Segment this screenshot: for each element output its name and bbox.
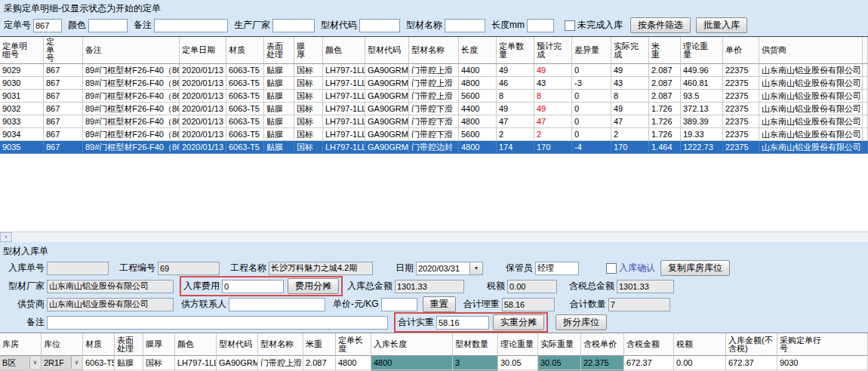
table-cell[interactable]: 门带腔上滑 xyxy=(409,90,459,103)
table-cell[interactable]: 49 xyxy=(534,103,572,115)
table-cell[interactable]: 国标 xyxy=(143,356,175,370)
supplier-field[interactable] xyxy=(47,298,174,311)
table-cell[interactable] xyxy=(863,77,868,90)
column-header[interactable]: 材质 xyxy=(226,37,264,64)
inbound-no-field[interactable] xyxy=(47,262,109,275)
column-header[interactable]: 库房 xyxy=(0,333,42,356)
table-cell[interactable]: 49 xyxy=(534,64,572,77)
table-cell[interactable]: 门带腔边封 xyxy=(409,141,459,154)
table-cell[interactable]: 2020/01/13 xyxy=(180,90,226,103)
scroll-left-icon[interactable]: ‹ xyxy=(0,232,12,242)
column-header[interactable] xyxy=(863,37,868,64)
total-actual-weight-field[interactable] xyxy=(436,316,489,330)
dropdown-arrow-icon[interactable]: ∨ xyxy=(71,357,82,369)
table-cell[interactable]: 6063-T5 xyxy=(226,103,264,115)
filter-manufacturer-input[interactable] xyxy=(272,19,315,32)
column-header[interactable]: 定单日期 xyxy=(180,37,226,64)
table-cell[interactable]: 47 xyxy=(497,115,534,128)
table-cell[interactable]: 9030 xyxy=(777,356,868,370)
column-header[interactable]: 实际重量 xyxy=(538,333,581,356)
calendar-dropdown-icon[interactable]: ▼ xyxy=(470,262,483,275)
horizontal-scrollbar[interactable]: ‹ xyxy=(0,231,868,242)
table-cell[interactable]: 门带腔下滑 xyxy=(409,115,459,128)
table-cell[interactable]: GA90GRM03 xyxy=(365,64,409,77)
table-cell[interactable]: 43 xyxy=(611,77,649,90)
table-cell[interactable]: 0.00 xyxy=(674,356,726,370)
table-cell[interactable]: 2 xyxy=(611,128,649,141)
table-cell[interactable]: 30.05 xyxy=(498,356,538,370)
filter-order-no-input[interactable] xyxy=(33,19,62,32)
column-header[interactable]: 米 重 xyxy=(649,37,681,64)
table-cell[interactable]: 贴膜 xyxy=(264,77,294,90)
table-cell[interactable]: B区∨ xyxy=(0,356,42,370)
table-cell[interactable]: -4 xyxy=(572,141,611,154)
unit-price-field[interactable] xyxy=(381,298,417,311)
table-cell[interactable]: 3 xyxy=(453,356,498,370)
table-cell[interactable]: 1.464 xyxy=(649,141,681,154)
table-cell[interactable]: 山东南山铝业股份有限公司 xyxy=(759,103,863,115)
column-header[interactable]: 颜色 xyxy=(323,37,365,64)
actual-weight-allocate-button[interactable]: 实重分摊 xyxy=(493,314,544,330)
table-cell[interactable]: 山东南山铝业股份有限公司 xyxy=(759,64,863,77)
table-cell[interactable]: 2.087 xyxy=(649,77,681,90)
keeper-field[interactable] xyxy=(535,262,579,275)
column-header[interactable]: 型材代码 xyxy=(365,37,409,64)
table-cell[interactable]: 0 xyxy=(572,103,611,115)
table-cell[interactable]: 6063-T5 xyxy=(226,77,264,90)
table-cell[interactable]: 22375 xyxy=(723,64,759,77)
inbound-fee-field[interactable] xyxy=(222,280,284,293)
column-header[interactable]: 备注 xyxy=(83,37,180,64)
filter-profile-name-input[interactable] xyxy=(445,19,485,32)
table-cell[interactable]: 22375 xyxy=(723,77,759,90)
table-cell[interactable]: 22375 xyxy=(723,141,759,154)
table-cell[interactable]: 2020/01/13 xyxy=(180,103,226,115)
table-cell[interactable]: GA90GRM05 xyxy=(365,141,409,154)
table-cell[interactable]: 47 xyxy=(534,115,572,128)
column-header[interactable]: 采购定单行 号 xyxy=(777,333,868,356)
table-cell[interactable]: 国标 xyxy=(294,77,323,90)
table-cell[interactable]: 2020/01/13 xyxy=(180,64,226,77)
table-cell[interactable]: 门带腔下滑 xyxy=(409,128,459,141)
table-cell[interactable]: 0 xyxy=(572,115,611,128)
table-cell[interactable]: 6063-T5 xyxy=(226,115,264,128)
reset-button[interactable]: 重置 xyxy=(423,296,456,312)
table-cell[interactable]: 2 xyxy=(497,128,534,141)
project-no-field[interactable] xyxy=(158,262,220,275)
table-cell[interactable]: 867 xyxy=(44,90,83,103)
table-cell[interactable]: 8 xyxy=(497,90,534,103)
table-cell[interactable]: 89#门框型材F26-F40（866+867） xyxy=(83,115,180,128)
filter-remark-input[interactable] xyxy=(154,19,228,32)
table-cell[interactable]: LH797-1LL0 xyxy=(323,64,365,77)
table-cell[interactable]: 867 xyxy=(44,115,83,128)
table-cell[interactable]: 山东南山铝业股份有限公司 xyxy=(759,115,863,128)
table-cell[interactable]: GA90GRM03 xyxy=(217,356,258,370)
table-cell[interactable]: 8 xyxy=(534,90,572,103)
table-row[interactable]: 903386789#门框型材F26-F40（866+867）2020/01/13… xyxy=(0,115,868,128)
table-cell[interactable]: LH797-1LL0 xyxy=(323,103,365,115)
column-header[interactable]: 膜厚 xyxy=(143,333,175,356)
table-cell[interactable] xyxy=(863,64,868,77)
filter-color-input[interactable] xyxy=(88,19,128,32)
table-cell[interactable] xyxy=(863,128,868,141)
table-cell[interactable]: 国标 xyxy=(294,90,323,103)
table-cell[interactable]: 47 xyxy=(611,115,649,128)
table-cell[interactable]: 867 xyxy=(44,77,83,90)
column-header[interactable]: 含税单价 xyxy=(581,333,624,356)
supplier-contact-field[interactable] xyxy=(229,298,325,311)
date-field[interactable] xyxy=(416,262,470,275)
table-cell[interactable]: 国标 xyxy=(294,103,323,115)
table-cell[interactable]: 6063-T5 xyxy=(226,141,264,154)
inbound-total-field[interactable] xyxy=(395,280,464,293)
column-header[interactable]: 膜 厚 xyxy=(294,37,323,64)
table-row[interactable]: 903486789#门框型材F26-F40（866+867）2020/01/13… xyxy=(0,128,868,141)
table-cell[interactable]: 国标 xyxy=(294,64,323,77)
table-cell[interactable]: 门带腔上滑 xyxy=(258,356,303,370)
table-cell[interactable]: 867 xyxy=(44,141,83,154)
table-cell[interactable]: 9035 xyxy=(0,141,44,154)
table-cell[interactable]: LH797-1LL0 xyxy=(323,115,365,128)
remark-field[interactable] xyxy=(47,316,388,330)
table-cell[interactable]: 49 xyxy=(497,64,534,77)
table-cell[interactable]: 6063-T5 xyxy=(226,128,264,141)
table-cell[interactable]: GA90GRM04 xyxy=(365,103,409,115)
inbound-confirm-checkbox[interactable] xyxy=(606,263,617,274)
